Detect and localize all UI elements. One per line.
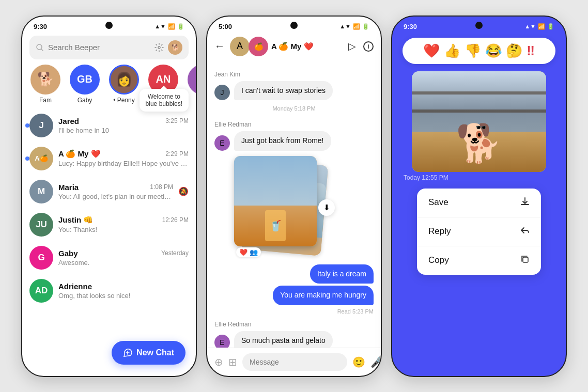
chat-time: 12:26 PM <box>162 216 189 224</box>
chat-time: Yesterday <box>161 249 189 257</box>
chat-avatar: A🍊 <box>29 147 53 170</box>
phone-1: 9:30 ▲▼ 📶 🔋 🐕 <box>21 15 197 377</box>
status-bar-3: 9:30 ▲▼ 📶 🔋 <box>392 17 566 33</box>
reply-label: Reply <box>428 226 451 237</box>
status-bar-2: 5:00 ▲▼ 📶 🔋 <box>207 17 381 33</box>
chat-preview: Omg, that looks so nice! <box>58 292 189 300</box>
story-avatar-penny: 👩 <box>109 65 139 95</box>
search-bar[interactable]: 🐕 <box>29 36 189 59</box>
time-2: 5:00 <box>219 23 232 30</box>
message-avatar: E <box>214 335 230 347</box>
chat-item-maria[interactable]: M Maria 1:08 PM You: All good, let's pla… <box>22 175 196 208</box>
chat-info: A 🍊 My ❤️ 2:29 PM Lucy: Happy birthday E… <box>58 149 189 167</box>
chat-time: 3:25 PM <box>165 117 189 124</box>
download-button[interactable]: ⬇ <box>318 199 335 216</box>
context-menu: Save Reply <box>417 189 541 275</box>
phone-3: 9:30 ▲▼ 📶 🔋 ❤️ 👍 👎 😂 🤔 ‼️ <box>391 15 567 377</box>
camera-notch-1 <box>105 22 113 29</box>
add-icon[interactable]: ⊕ <box>214 356 223 368</box>
status-icons-2: ▲▼ 📶 🔋 <box>339 23 369 30</box>
settings-icon[interactable] <box>154 43 164 52</box>
chat-item-gaby[interactable]: G Gaby Yesterday Awesome. <box>22 241 196 274</box>
reaction-thumbsup[interactable]: 👍 <box>444 43 460 59</box>
reaction-exclaim[interactable]: ‼️ <box>527 43 535 59</box>
chat-list: J Jared 3:25 PM I'll be home in 10 A🍊 A … <box>22 109 196 376</box>
context-menu-copy[interactable]: Copy <box>417 246 541 275</box>
svg-point-2 <box>158 46 160 49</box>
reaction-thumbsdown[interactable]: 👎 <box>465 43 481 59</box>
save-label: Save <box>428 197 448 208</box>
emoji-icon[interactable]: 🙂 <box>352 356 365 368</box>
messages-area: Jean Kim J I can't wait to swap stories … <box>207 61 381 348</box>
info-icon[interactable]: i <box>363 41 374 52</box>
chat-info: Gaby Yesterday Awesome. <box>58 249 189 266</box>
dog-photo-bg: 🐕 🕶️ <box>412 71 546 172</box>
chat-time: 1:08 PM <box>150 183 173 191</box>
story-item-gaby[interactable]: GB Gaby <box>69 65 101 104</box>
story-avatar-fam: 🐕 <box>30 65 60 95</box>
reaction-think[interactable]: 🤔 <box>506 43 522 59</box>
new-chat-button[interactable]: New Chat <box>112 341 185 365</box>
save-icon <box>520 197 530 209</box>
user-avatar[interactable]: 🐕 <box>168 40 182 55</box>
message-avatar: J <box>214 85 230 100</box>
input-row: ⊕ ⊞ 🙂 🎤 <box>207 348 381 376</box>
chat-preview: You: Thanks! <box>58 226 189 233</box>
message-input[interactable] <box>242 353 347 371</box>
search-input[interactable] <box>48 43 150 52</box>
chat-name: A 🍊 My ❤️ <box>58 149 101 159</box>
context-menu-save[interactable]: Save <box>417 189 541 217</box>
copy-label: Copy <box>428 255 449 265</box>
chat-icon <box>123 348 132 357</box>
chat-item-jared[interactable]: J Jared 3:25 PM I'll be home in 10 <box>22 109 196 142</box>
chat-avatar: AD <box>29 279 53 303</box>
back-button[interactable]: ← <box>214 40 225 52</box>
mic-icon[interactable]: 🎤 <box>370 356 382 368</box>
camera-notch-2 <box>290 22 298 29</box>
chat-item-justin[interactable]: JU Justin 👊 12:26 PM You: Thanks! <box>22 208 196 241</box>
chat-item-amy[interactable]: A🍊 A 🍊 My ❤️ 2:29 PM Lucy: Happy birthda… <box>22 142 196 175</box>
reaction-laugh[interactable]: 😂 <box>485 43 502 59</box>
header-title: A 🍊 My ❤️ <box>271 42 314 51</box>
story-avatar-tori: TS <box>188 65 196 95</box>
message-bubble-out-2: You are making me hungry <box>273 286 374 305</box>
status-icons-1: ▲▼ 📶 🔋 <box>154 23 184 30</box>
time-3: 9:30 <box>404 23 417 30</box>
chat-info: Jared 3:25 PM I'll be home in 10 <box>58 117 189 134</box>
unread-dot <box>25 156 29 161</box>
unread-dot <box>25 123 29 128</box>
reaction-heart[interactable]: ❤️ <box>423 43 440 59</box>
new-chat-label: New Chat <box>136 348 174 357</box>
phone3-main: ❤️ 👍 👎 😂 🤔 ‼️ <box>392 33 566 376</box>
message-time: Monday 5:18 PM <box>214 105 374 112</box>
svg-rect-5 <box>523 257 528 262</box>
copy-icon <box>520 255 530 266</box>
time-1: 9:30 <box>34 23 47 30</box>
message-bubble: So much pasta and gelato <box>234 331 333 348</box>
story-item-fam[interactable]: 🐕 Fam <box>29 65 61 104</box>
camera-notch-3 <box>475 22 483 29</box>
sticker-icon[interactable]: ⊞ <box>228 356 237 368</box>
sender-label: Ellie Redman <box>214 121 374 128</box>
dog-photo: 🐕 🕶️ <box>412 71 546 172</box>
chat-item-adrienne[interactable]: AD Adrienne Omg, that looks so nice! <box>22 274 196 307</box>
svg-line-1 <box>41 49 43 51</box>
image-reaction: ❤️ 👥 <box>236 247 261 257</box>
chat-avatar: G <box>29 246 53 270</box>
search-icon <box>36 43 44 52</box>
welcome-tooltip: Welcome toblue bubbles! <box>140 89 189 112</box>
chat-name: Adrienne <box>58 282 92 291</box>
image-stack[interactable]: 🥤 ❤️ 👥 ⬇ <box>234 156 330 259</box>
chat-avatar: JU <box>29 213 53 237</box>
sender-label: Ellie Redman <box>214 321 374 328</box>
image-card-front: 🥤 <box>234 156 317 246</box>
video-icon[interactable]: ▷ <box>348 40 356 52</box>
chat-preview: You: All good, let's plan in our meeting… <box>58 193 173 200</box>
reaction-bar: ❤️ 👍 👎 😂 🤔 ‼️ <box>403 38 555 64</box>
status-icons-3: ▲▼ 📶 🔋 <box>524 23 554 30</box>
message-bubble-out-1: Italy is a dream <box>310 264 374 284</box>
context-menu-reply[interactable]: Reply <box>417 217 541 246</box>
story-item-penny[interactable]: 👩 • Penny <box>108 65 140 104</box>
chat-name: Jared <box>58 117 79 126</box>
message-bubble: I can't wait to swap stories <box>234 81 333 101</box>
